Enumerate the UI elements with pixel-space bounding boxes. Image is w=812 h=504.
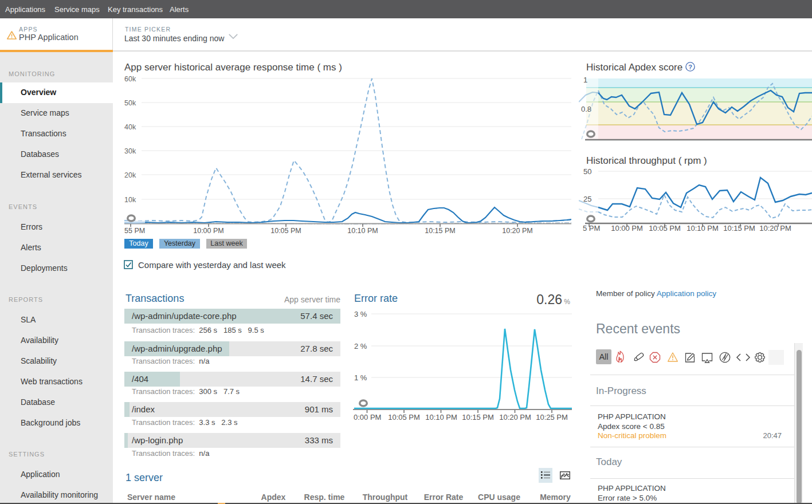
svg-text:1 %: 1 % — [354, 373, 367, 382]
svg-text:10:10 PM: 10:10 PM — [425, 413, 457, 422]
svg-text:2 %: 2 % — [354, 342, 367, 351]
svg-text:10:25 PM: 10:25 PM — [536, 413, 568, 422]
svg-text:1: 1 — [583, 76, 587, 84]
svg-text:20k: 20k — [124, 171, 136, 179]
svg-text:10:00 PM: 10:00 PM — [611, 224, 643, 233]
svg-text:10:20 PM: 10:20 PM — [759, 224, 791, 233]
svg-text:10:05 PM: 10:05 PM — [388, 413, 420, 422]
svg-text:10:15 PM: 10:15 PM — [425, 227, 456, 235]
svg-text:10:15 PM: 10:15 PM — [462, 413, 494, 422]
svg-text:10:10 PM: 10:10 PM — [687, 224, 719, 233]
svg-text:10:20 PM: 10:20 PM — [502, 227, 533, 235]
svg-text:3 %: 3 % — [354, 310, 367, 318]
svg-text:0.8: 0.8 — [581, 105, 591, 113]
svg-text:50: 50 — [583, 167, 591, 176]
svg-text:25: 25 — [583, 195, 591, 203]
svg-text:?: ? — [688, 64, 692, 70]
svg-text:10:20 PM: 10:20 PM — [499, 413, 531, 422]
svg-text:40k: 40k — [124, 123, 136, 131]
svg-text:10:15 PM: 10:15 PM — [723, 224, 755, 233]
svg-text:5 PM: 5 PM — [583, 224, 600, 233]
svg-text:50k: 50k — [124, 99, 136, 107]
svg-text:10k: 10k — [124, 196, 136, 204]
svg-text:10:10 PM: 10:10 PM — [347, 227, 378, 235]
svg-text:0:00 PM: 0:00 PM — [354, 413, 381, 422]
svg-text:10:05 PM: 10:05 PM — [270, 227, 301, 235]
svg-text:30k: 30k — [124, 147, 136, 155]
svg-text:10:00 PM: 10:00 PM — [193, 227, 224, 235]
svg-text:60k: 60k — [124, 75, 136, 83]
svg-text:55 PM: 55 PM — [124, 227, 145, 235]
svg-text:10:05 PM: 10:05 PM — [649, 224, 681, 233]
